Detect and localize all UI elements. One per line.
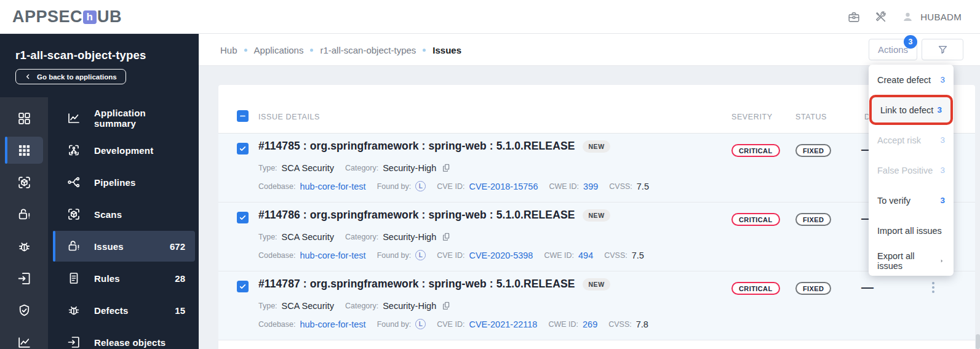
copy-icon[interactable] [442, 301, 452, 311]
dashboard-icon [17, 111, 32, 126]
sidebar-item-development[interactable]: Development [48, 134, 199, 166]
menu-item-link-to-defect[interactable]: Link to defect 3 [869, 95, 953, 125]
menu-item-to-verify[interactable]: To verify 3 [869, 185, 954, 215]
breadcrumb: Hub Applications r1-all-scan-object-type… [220, 34, 461, 66]
bug-icon [17, 239, 32, 254]
cube-scan-icon [17, 175, 32, 190]
rail-item-reports[interactable] [0, 326, 48, 349]
breadcrumb-hub[interactable]: Hub [220, 45, 237, 55]
top-bar: APPSEChUB HUBADM [0, 0, 980, 34]
cvss-value: 7.5 [637, 182, 649, 191]
item-count: 3 [940, 75, 945, 84]
app-logo: APPSEChUB [12, 0, 122, 34]
severity-badge: CRITICAL [731, 213, 780, 226]
table-header: ISSUE DETAILS SEVERITY STATUS D [218, 85, 975, 134]
select-all-checkbox[interactable] [237, 110, 249, 122]
rail-item-policies[interactable] [0, 294, 48, 326]
menu-item-accept-risk[interactable]: Accept risk 3 [869, 125, 954, 155]
rail-item-scans[interactable] [0, 166, 48, 198]
codebase-link[interactable]: hub-core-for-test [300, 319, 365, 329]
rail-item-defects[interactable] [0, 230, 48, 262]
cve-link[interactable]: CVE-2021-22118 [469, 319, 537, 329]
go-back-button[interactable]: Go back to applications [15, 69, 126, 84]
sidebar: r1-all-scan-object-types Go back to appl… [0, 34, 199, 349]
menu-item-import-all-issues[interactable]: Import all issues [869, 215, 954, 246]
sidebar-header: r1-all-scan-object-types Go back to appl… [0, 34, 199, 97]
exit-icon [66, 335, 94, 349]
breadcrumb-applications[interactable]: Applications [254, 45, 304, 55]
rail-item-release[interactable] [0, 262, 48, 294]
table-row: #114787 : org.springframework : spring-w… [218, 271, 975, 340]
issue-type: SCA Security [282, 301, 334, 311]
menu-item-false-positive[interactable]: False Positive 3 [869, 155, 954, 185]
breadcrumb-application[interactable]: r1-all-scan-object-types [320, 45, 416, 55]
issue-title: #114787 : org.springframework : spring-w… [258, 278, 575, 291]
exit-icon [17, 271, 32, 286]
briefcase-icon[interactable] [847, 10, 861, 24]
pipeline-fork-icon [66, 175, 94, 190]
appsechub-window: APPSEChUB HUBADM r1-all-scan-object-type… [0, 0, 980, 349]
breadcrumb-separator [423, 49, 426, 52]
issue-title: #114786 : org.springframework : spring-w… [258, 209, 575, 222]
application-name: r1-all-scan-object-types [15, 49, 199, 62]
user-name: HUBADM [920, 12, 962, 22]
issue-meta-line1: Type:SCA Security Category:Security-High [258, 232, 452, 242]
rail-item-dashboard[interactable] [0, 102, 48, 134]
lock-alert-icon [17, 207, 32, 222]
item-count: 3 [940, 135, 945, 145]
cwe-link[interactable]: 494 [578, 251, 593, 260]
sidebar-body: Application summary Development Pipeline… [0, 97, 199, 349]
item-count: 3 [940, 166, 945, 175]
cve-link[interactable]: CVE-2020-5398 [469, 251, 533, 260]
shield-check-icon [17, 303, 32, 318]
sidebar-item-defects[interactable]: Defects 15 [48, 294, 199, 326]
rail-item-apps[interactable] [0, 134, 48, 166]
tools-icon[interactable] [874, 10, 888, 24]
column-issue-details: ISSUE DETAILS [258, 113, 320, 121]
sidebar-item-issues[interactable]: Issues 672 [48, 230, 199, 262]
row-checkbox[interactable] [237, 212, 249, 223]
item-count: 3 [940, 196, 945, 205]
scrollbar-thumb[interactable] [976, 334, 980, 349]
row-menu-kebab[interactable] [928, 282, 939, 297]
bug-icon [66, 303, 94, 318]
new-badge: NEW [583, 209, 610, 222]
cvss-value: 7.8 [636, 319, 648, 329]
menu-item-export-all-issues[interactable]: Export all issues [869, 246, 954, 276]
cvss-value: 7.5 [632, 251, 644, 260]
status-badge: FIXED [795, 282, 831, 295]
logo-text-right: UB [97, 7, 122, 26]
issue-category: Security-High [383, 232, 436, 242]
codebase-link[interactable]: hub-core-for-test [300, 182, 365, 191]
found-by-icon: L [415, 319, 426, 329]
issue-type: SCA Security [282, 232, 334, 242]
sidebar-item-pipelines[interactable]: Pipelines [48, 166, 199, 198]
user-menu[interactable]: HUBADM [901, 10, 962, 23]
filter-funnel-icon [937, 44, 949, 55]
issues-count: 672 [170, 241, 185, 252]
cve-link[interactable]: CVE-2018-15756 [469, 182, 538, 191]
table-row: #114785 : org.springframework : spring-w… [218, 134, 975, 203]
issue-title: #114785 : org.springframework : spring-w… [258, 140, 575, 153]
sidebar-item-application-summary[interactable]: Application summary [48, 102, 199, 134]
apps-grid-icon [17, 143, 32, 158]
codebase-link[interactable]: hub-core-for-test [300, 251, 365, 260]
menu-item-create-defect[interactable]: Create defect 3 [869, 65, 954, 95]
filter-button[interactable] [922, 39, 963, 60]
row-checkbox[interactable] [237, 281, 249, 292]
copy-icon[interactable] [442, 232, 452, 242]
rail-item-issues[interactable] [0, 198, 48, 230]
main-content: Hub Applications r1-all-scan-object-type… [199, 34, 980, 349]
cwe-link[interactable]: 399 [583, 182, 598, 191]
cwe-link[interactable]: 269 [583, 319, 597, 329]
issue-meta-line2: Codebase:hub-core-for-test Found by:L CV… [258, 181, 649, 191]
rules-count: 28 [175, 273, 185, 284]
issue-title-row: #114787 : org.springframework : spring-w… [258, 278, 610, 291]
issues-table: ISSUE DETAILS SEVERITY STATUS D #114785 … [218, 85, 975, 349]
copy-icon[interactable] [442, 163, 452, 173]
sidebar-item-release-objects[interactable]: Release objects [48, 326, 199, 349]
sidebar-item-rules[interactable]: Rules 28 [48, 262, 199, 294]
row-checkbox[interactable] [237, 143, 249, 154]
lock-alert-icon [66, 239, 94, 254]
sidebar-item-scans[interactable]: Scans [48, 198, 199, 230]
